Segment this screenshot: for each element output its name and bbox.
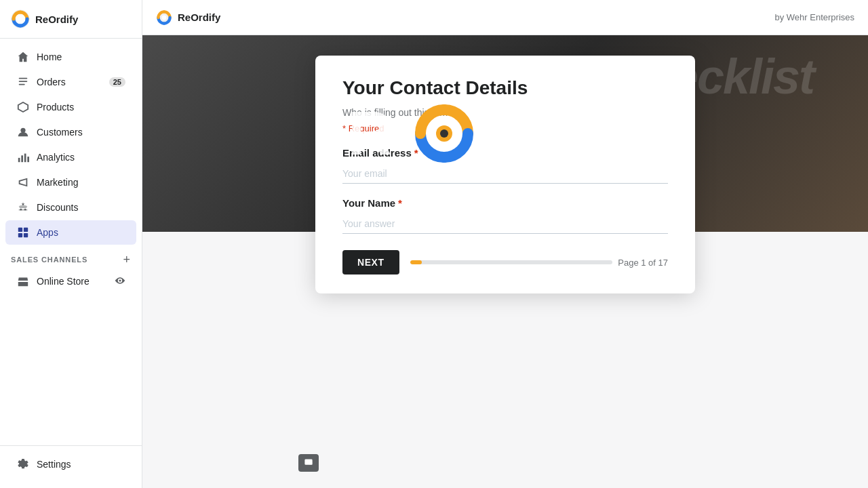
modal-footer: NEXT Page 1 of 17 [342, 250, 668, 274]
svg-rect-13 [24, 228, 28, 232]
analytics-icon [16, 150, 30, 164]
svg-point-10 [20, 209, 22, 211]
sidebar-item-online-store[interactable]: Online Store [5, 269, 136, 293]
svg-point-1 [18, 16, 23, 22]
sidebar-label-orders: Orders [37, 77, 66, 87]
topbar: ReOrdify by Wehr Enterprises [142, 0, 868, 35]
progress-fill [410, 260, 422, 264]
svg-rect-21 [307, 461, 311, 462]
content-area: Checklist R e rdify You [142, 35, 868, 488]
apps-icon [16, 226, 30, 239]
banner-logo-r: R [348, 99, 389, 169]
sidebar-nav: Home Orders 25 Products Customers [0, 39, 142, 445]
topbar-logo-icon [156, 9, 172, 26]
settings-icon [16, 458, 30, 471]
svg-rect-6 [18, 158, 20, 162]
sidebar-label-home: Home [37, 52, 62, 62]
topbar-title: ReOrdify [178, 12, 220, 23]
svg-point-11 [24, 209, 26, 211]
sidebar-label-analytics: Analytics [37, 152, 75, 163]
banner-logo-rdify: rdify [476, 99, 595, 169]
banner-logo-large: R e rdify [348, 99, 594, 169]
page-indicator: Page 1 of 17 [618, 258, 668, 268]
sidebar-item-products[interactable]: Products [5, 95, 136, 119]
marketing-icon [16, 176, 30, 189]
sidebar-label-discounts: Discounts [37, 202, 78, 213]
svg-rect-22 [307, 462, 310, 463]
online-store-icon [16, 274, 30, 288]
svg-point-5 [20, 128, 25, 133]
online-store-visibility-icon[interactable] [115, 275, 125, 288]
name-input[interactable] [342, 214, 668, 234]
svg-rect-12 [18, 228, 22, 232]
svg-rect-7 [21, 155, 23, 162]
feedback-button[interactable] [298, 454, 319, 472]
topbar-by: by Wehr Enterprises [774, 12, 854, 22]
svg-rect-3 [19, 81, 28, 82]
sidebar-brand-name: ReOrdify [35, 14, 78, 25]
svg-rect-8 [24, 154, 26, 163]
sidebar-header: ReOrdify [0, 0, 142, 39]
customers-icon [16, 125, 30, 139]
progress-track [410, 260, 613, 264]
sidebar-item-marketing[interactable]: Marketing [5, 170, 136, 195]
contact-details-modal: Your Contact Details Who is filling out … [315, 56, 695, 293]
sidebar-label-settings: Settings [37, 459, 71, 470]
sidebar-item-analytics[interactable]: Analytics [5, 145, 136, 169]
sidebar-item-home[interactable]: Home [5, 45, 136, 69]
sidebar-label-products: Products [37, 102, 74, 113]
svg-rect-15 [24, 233, 28, 237]
sidebar-label-online-store: Online Store [37, 276, 90, 287]
svg-rect-4 [19, 84, 25, 85]
svg-rect-14 [18, 233, 22, 237]
sidebar-label-marketing: Marketing [37, 177, 78, 188]
svg-rect-2 [19, 78, 28, 79]
modal-title: Your Contact Details [342, 77, 668, 99]
name-field-group: Your Name * [342, 197, 668, 234]
sidebar-item-discounts[interactable]: Discounts [5, 195, 136, 220]
svg-rect-9 [27, 157, 29, 162]
progress-bar: Page 1 of 17 [410, 258, 668, 268]
sidebar-label-customers: Customers [37, 127, 83, 138]
banner-logo-circle-icon [414, 103, 475, 164]
orders-badge: 25 [109, 77, 125, 87]
topbar-brand: ReOrdify [156, 9, 220, 26]
next-button[interactable]: NEXT [342, 250, 399, 274]
sidebar-item-settings[interactable]: Settings [5, 452, 136, 476]
sales-channels-section: SALES CHANNELS + [0, 245, 142, 268]
sidebar-item-customers[interactable]: Customers [5, 120, 136, 144]
home-icon [16, 50, 30, 64]
orders-icon [16, 75, 30, 89]
name-label: Your Name * [342, 197, 668, 209]
add-sales-channel-button[interactable]: + [123, 253, 131, 266]
sales-channels-label: SALES CHANNELS [11, 256, 87, 264]
app-logo-icon [11, 9, 30, 28]
name-required-star: * [398, 197, 402, 209]
sidebar-footer: Settings [0, 445, 142, 488]
main-content: ReOrdify by Wehr Enterprises Checklist R… [142, 0, 868, 488]
svg-point-17 [162, 15, 167, 20]
banner-logo-e: e [389, 110, 412, 157]
svg-point-19 [440, 129, 448, 138]
sidebar: ReOrdify Home Orders 25 Products [0, 0, 142, 488]
feedback-icon [304, 458, 313, 468]
products-icon [16, 100, 30, 114]
sidebar-item-orders[interactable]: Orders 25 [5, 70, 136, 94]
sidebar-item-apps[interactable]: Apps [5, 220, 136, 245]
discounts-icon [16, 201, 30, 214]
sidebar-label-apps: Apps [37, 227, 58, 238]
